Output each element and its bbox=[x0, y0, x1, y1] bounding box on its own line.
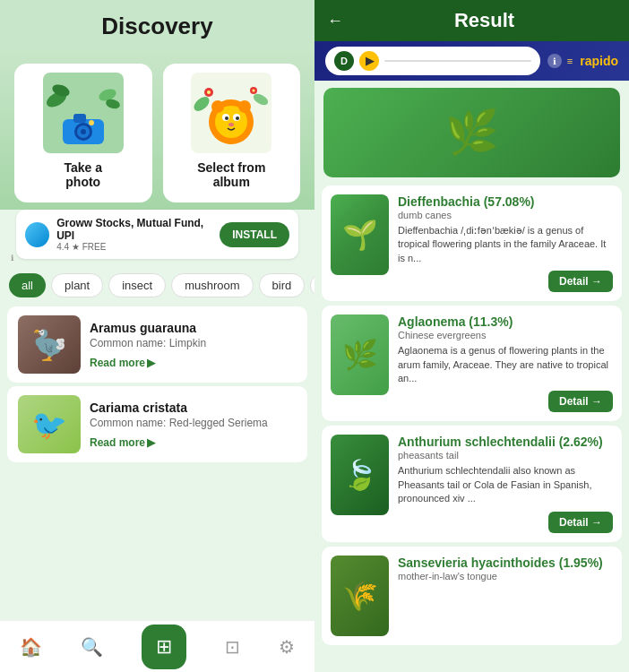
result-item-1[interactable]: 🌱 Dieffenbachia (57.08%) dumb canes Dief… bbox=[322, 185, 622, 301]
result-common-3: pheasants tail bbox=[398, 450, 613, 461]
svg-point-13 bbox=[81, 129, 86, 134]
ad-text: Groww Stocks, Mutual Fund, UPI 4.4 ★ FRE… bbox=[56, 217, 220, 252]
rapido-menu-icon: ≡ bbox=[567, 56, 573, 66]
take-photo-card[interactable]: Take a photo bbox=[14, 64, 152, 202]
left-header: Discovery bbox=[0, 0, 314, 49]
species-thumb-2: 🐦 bbox=[18, 395, 81, 453]
result-content-1: Dieffenbachia (57.08%) dumb canes Dieffe… bbox=[398, 194, 613, 292]
ad-info-icon: ℹ bbox=[11, 254, 13, 263]
filter-bird[interactable]: bird bbox=[259, 273, 306, 297]
main-plant-illustration: 🌿 bbox=[323, 88, 620, 177]
bird-image-2: 🐦 bbox=[18, 395, 81, 453]
bird-image-1: 🦤 bbox=[18, 315, 81, 374]
result-content-3: Anthurium schlechtendalii (2.62%) pheasa… bbox=[398, 435, 613, 532]
svg-point-30 bbox=[228, 123, 234, 126]
species-info-2: Cariama cristata Common name: Red-legged… bbox=[90, 401, 297, 449]
list-item[interactable]: 🦤 Aramus guarauna Common name: Limpkin R… bbox=[7, 306, 307, 383]
result-item-3[interactable]: 🍃 Anthurium schlechtendalii (2.62%) phea… bbox=[322, 426, 622, 541]
detail-button-3[interactable]: Detail → bbox=[548, 512, 613, 533]
dieffenbachia-image: 🌱 bbox=[331, 194, 389, 275]
result-name-3: Anthurium schlechtendalii (2.62%) bbox=[398, 435, 613, 449]
result-common-4: mother-in-law's tongue bbox=[398, 571, 613, 582]
back-button[interactable]: ← bbox=[327, 12, 343, 30]
result-content-4: Sansevieria hyacinthoides (1.95%) mother… bbox=[398, 556, 613, 636]
anthurium-image: 🍃 bbox=[331, 435, 389, 515]
aglaonema-image: 🌿 bbox=[331, 314, 389, 395]
detail-button-1[interactable]: Detail → bbox=[548, 271, 613, 292]
read-more-2[interactable]: Read more ▶ bbox=[90, 436, 297, 449]
detail-button-2[interactable]: Detail → bbox=[548, 391, 613, 412]
result-name-1: Dieffenbachia (57.08%) bbox=[398, 194, 613, 209]
filter-mushroom[interactable]: mushroom bbox=[171, 273, 253, 297]
svg-point-28 bbox=[225, 116, 228, 120]
result-content-2: Aglaonema (11.3%) Chinese evergreens Agl… bbox=[398, 314, 613, 412]
sansevieria-image: 🌾 bbox=[331, 556, 389, 636]
rapido-label: rapido bbox=[580, 54, 618, 68]
result-desc-3: Anthurium schlechtendalii also known as … bbox=[398, 464, 613, 505]
species-common-1: Common name: Limpkin bbox=[90, 337, 297, 349]
take-photo-illustration bbox=[43, 73, 124, 153]
ad-left: Groww Stocks, Mutual Fund, UPI 4.4 ★ FRE… bbox=[25, 217, 220, 252]
result-title: Result bbox=[352, 9, 616, 32]
result-item-2[interactable]: 🌿 Aglaonema (11.3%) Chinese evergreens A… bbox=[322, 306, 622, 421]
take-photo-label: Take a photo bbox=[64, 160, 102, 189]
rapido-d-icon: D bbox=[334, 51, 354, 71]
filter-tabs: all plant insect mushroom bird fis... bbox=[0, 268, 314, 303]
install-button[interactable]: INSTALL bbox=[220, 222, 289, 247]
result-main-image: 🌿 bbox=[323, 88, 620, 177]
result-thumb-3: 🍃 bbox=[331, 435, 389, 515]
result-item-4[interactable]: 🌾 Sansevieria hyacinthoides (1.95%) moth… bbox=[322, 547, 622, 645]
right-panel: ← Result D ▶ ℹ ≡ rapido 🌿 🌱 Dieffenbachi… bbox=[314, 0, 629, 672]
result-desc-2: Aglaonema is a genus of flowering plants… bbox=[398, 344, 613, 385]
filter-plant[interactable]: plant bbox=[51, 273, 103, 297]
result-common-2: Chinese evergreens bbox=[398, 330, 613, 340]
nav-search[interactable]: 🔍 bbox=[81, 636, 103, 658]
result-list: 🌱 Dieffenbachia (57.08%) dumb canes Dief… bbox=[314, 181, 629, 672]
rapido-arrow-icon: ▶ bbox=[359, 51, 379, 71]
camera-svg bbox=[43, 73, 124, 153]
lion-svg bbox=[191, 73, 271, 153]
svg-point-24 bbox=[211, 100, 224, 113]
rapido-info-icon: ℹ bbox=[547, 54, 562, 68]
select-album-label: Select from album bbox=[197, 160, 265, 189]
species-name-2: Cariama cristata bbox=[90, 401, 297, 415]
species-name-1: Aramus guarauna bbox=[90, 321, 297, 335]
svg-point-19 bbox=[207, 90, 211, 94]
svg-point-21 bbox=[253, 90, 255, 92]
nav-home[interactable]: 🏠 bbox=[20, 636, 42, 658]
ad-title: Groww Stocks, Mutual Fund, UPI bbox=[56, 217, 220, 242]
result-name-4: Sansevieria hyacinthoides (1.95%) bbox=[398, 556, 613, 570]
action-cards-area: Take a photo bbox=[0, 49, 314, 210]
ad-banner: Groww Stocks, Mutual Fund, UPI 4.4 ★ FRE… bbox=[16, 210, 298, 259]
select-album-card[interactable]: Select from album bbox=[163, 64, 301, 202]
result-thumb-4: 🌾 bbox=[331, 556, 389, 636]
filter-all[interactable]: all bbox=[9, 273, 46, 297]
ad-subtitle: 4.4 ★ FREE bbox=[56, 242, 220, 252]
species-common-2: Common name: Red-legged Seriema bbox=[90, 417, 297, 429]
result-name-2: Aglaonema (11.3%) bbox=[398, 314, 613, 329]
bottom-nav: 🏠 🔍 ⊞ ⊡ ⚙ bbox=[0, 620, 314, 672]
filter-fish[interactable]: fis... bbox=[310, 273, 314, 297]
result-desc-1: Dieffenbachia /ˌdiːfənˈbækiə/ is a genus… bbox=[398, 224, 613, 265]
list-item[interactable]: 🐦 Cariama cristata Common name: Red-legg… bbox=[7, 386, 307, 462]
svg-point-29 bbox=[236, 116, 239, 120]
nav-camera[interactable]: ⊞ bbox=[142, 625, 186, 669]
left-panel: Discovery bbox=[0, 0, 314, 672]
result-header: ← Result bbox=[314, 0, 629, 41]
nav-gallery[interactable]: ⊡ bbox=[225, 636, 240, 658]
species-list: 🦤 Aramus guarauna Common name: Limpkin R… bbox=[0, 303, 314, 672]
read-more-1[interactable]: Read more ▶ bbox=[90, 357, 297, 369]
species-info-1: Aramus guarauna Common name: Limpkin Rea… bbox=[90, 321, 297, 369]
result-common-1: dumb canes bbox=[398, 210, 613, 220]
rapido-search-bar[interactable]: D ▶ bbox=[325, 47, 540, 75]
ad-logo-icon bbox=[25, 222, 49, 247]
rapido-bar bbox=[384, 60, 531, 62]
svg-point-25 bbox=[238, 100, 251, 113]
svg-rect-10 bbox=[73, 114, 86, 123]
svg-point-14 bbox=[89, 120, 94, 125]
filter-insect[interactable]: insect bbox=[108, 273, 166, 297]
result-thumb-1: 🌱 bbox=[331, 194, 389, 275]
rapido-logo: ℹ ≡ rapido bbox=[547, 54, 618, 68]
nav-settings[interactable]: ⚙ bbox=[279, 636, 295, 658]
result-thumb-2: 🌿 bbox=[331, 314, 389, 395]
